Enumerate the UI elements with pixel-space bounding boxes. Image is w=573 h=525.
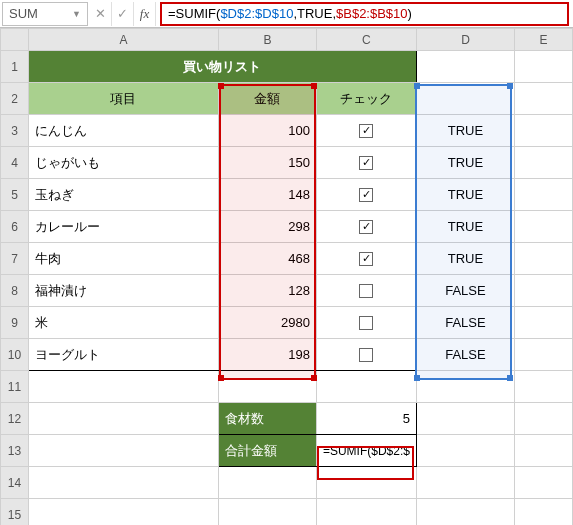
row-header[interactable]: 5 [1, 179, 29, 211]
col-header-C[interactable]: C [316, 29, 416, 51]
header-check: チェック [317, 83, 416, 114]
total-label: 合計金額 [219, 435, 316, 466]
spreadsheet-grid[interactable]: A B C D E 1 買い物リスト 2 項目 金額 チェック 3 にんじん 1… [0, 28, 573, 525]
cell-flag[interactable]: FALSE [417, 339, 514, 370]
cell-flag[interactable]: TRUE [417, 243, 514, 274]
formula-sep1: ,TRUE, [293, 6, 336, 21]
row-header[interactable]: 6 [1, 211, 29, 243]
col-header-B[interactable]: B [218, 29, 316, 51]
col-header-D[interactable]: D [416, 29, 514, 51]
header-amount: 金額 [219, 83, 316, 114]
cell-amount[interactable]: 148 [219, 179, 316, 210]
row-header[interactable]: 14 [1, 467, 29, 499]
formula-bar: SUM ▼ ✕ ✓ fx =SUMIF($D$2:$D$10,TRUE,$B$2… [0, 0, 573, 28]
formula-suffix: ) [408, 6, 412, 21]
count-label: 食材数 [219, 403, 316, 434]
cell-amount[interactable]: 298 [219, 211, 316, 242]
cell-check[interactable] [317, 339, 416, 370]
cell-flag[interactable]: TRUE [417, 115, 514, 146]
confirm-icon[interactable]: ✓ [112, 2, 134, 26]
row-header[interactable]: 1 [1, 51, 29, 83]
formula-part-prefix: =SUMIF( [168, 6, 220, 21]
row-header[interactable]: 8 [1, 275, 29, 307]
cell-amount[interactable]: 2980 [219, 307, 316, 338]
chevron-down-icon: ▼ [72, 9, 81, 19]
col-header-E[interactable]: E [514, 29, 572, 51]
formula-input[interactable]: =SUMIF($D$2:$D$10,TRUE,$B$2:$B$10) [160, 2, 569, 26]
checkbox-icon[interactable] [359, 348, 373, 362]
count-value[interactable]: 5 [317, 403, 416, 434]
cancel-icon[interactable]: ✕ [90, 2, 112, 26]
formula-range-2: $B$2:$B$10 [336, 6, 408, 21]
cell-check[interactable]: ✓ [317, 147, 416, 178]
column-header-row: A B C D E [1, 29, 573, 51]
cell-flag[interactable]: FALSE [417, 275, 514, 306]
cell-amount[interactable]: 100 [219, 115, 316, 146]
checkbox-icon[interactable]: ✓ [359, 124, 373, 138]
row-header[interactable]: 10 [1, 339, 29, 371]
fx-icon[interactable]: fx [134, 2, 156, 26]
cell-check[interactable]: ✓ [317, 243, 416, 274]
row-header[interactable]: 4 [1, 147, 29, 179]
checkbox-icon[interactable]: ✓ [359, 220, 373, 234]
cell-item[interactable]: 福神漬け [29, 275, 218, 306]
row-header[interactable]: 3 [1, 115, 29, 147]
col-header-A[interactable]: A [28, 29, 218, 51]
formula-range-1: $D$2:$D$10 [220, 6, 293, 21]
cell-item[interactable]: 牛肉 [29, 243, 218, 274]
cell-amount[interactable]: 198 [219, 339, 316, 370]
cell-item[interactable]: カレールー [29, 211, 218, 242]
cell-item[interactable]: ヨーグルト [29, 339, 218, 370]
cell-amount[interactable]: 468 [219, 243, 316, 274]
header-item: 項目 [29, 83, 218, 114]
cell-item[interactable]: 米 [29, 307, 218, 338]
checkbox-icon[interactable]: ✓ [359, 156, 373, 170]
name-box[interactable]: SUM ▼ [2, 2, 88, 26]
select-all-corner[interactable] [1, 29, 29, 51]
cell-check[interactable] [317, 275, 416, 306]
cell-flag[interactable]: TRUE [417, 179, 514, 210]
row-header[interactable]: 7 [1, 243, 29, 275]
cell-check[interactable]: ✓ [317, 179, 416, 210]
row-header[interactable]: 9 [1, 307, 29, 339]
cell-item[interactable]: にんじん [29, 115, 218, 146]
row-header[interactable]: 11 [1, 371, 29, 403]
cell-check[interactable] [317, 307, 416, 338]
cell-check[interactable]: ✓ [317, 115, 416, 146]
cell-flag[interactable]: TRUE [417, 147, 514, 178]
cell-amount[interactable]: 150 [219, 147, 316, 178]
cell-amount[interactable]: 128 [219, 275, 316, 306]
row-header[interactable]: 12 [1, 403, 29, 435]
name-box-value: SUM [9, 6, 38, 21]
row-header[interactable]: 2 [1, 83, 29, 115]
checkbox-icon[interactable]: ✓ [359, 188, 373, 202]
cell-item[interactable]: じゃがいも [29, 147, 218, 178]
checkbox-icon[interactable] [359, 316, 373, 330]
total-formula-cell[interactable]: =SUMIF($D$2:$ [317, 435, 416, 466]
checkbox-icon[interactable]: ✓ [359, 252, 373, 266]
cell-flag[interactable]: TRUE [417, 211, 514, 242]
cell-check[interactable]: ✓ [317, 211, 416, 242]
title-cell: 買い物リスト [29, 51, 416, 82]
row-header[interactable]: 15 [1, 499, 29, 526]
checkbox-icon[interactable] [359, 284, 373, 298]
cell-flag[interactable]: FALSE [417, 307, 514, 338]
row-header[interactable]: 13 [1, 435, 29, 467]
cell-item[interactable]: 玉ねぎ [29, 179, 218, 210]
